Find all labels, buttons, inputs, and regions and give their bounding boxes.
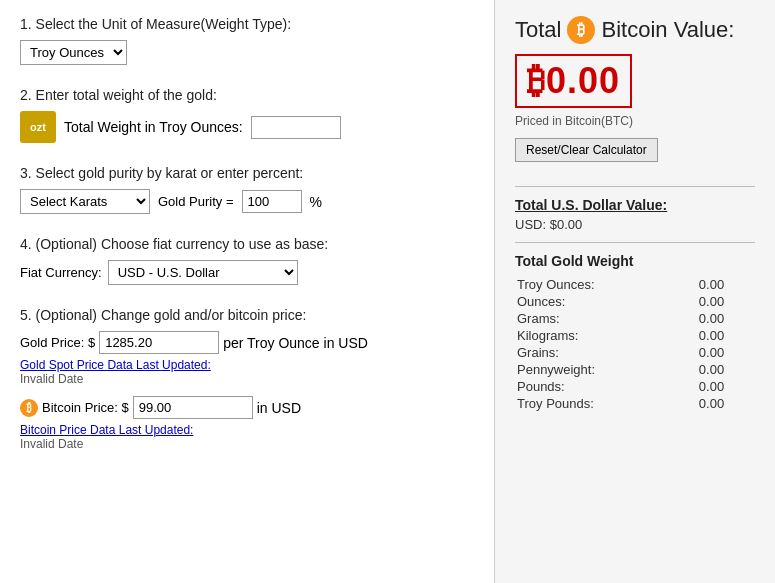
gold-price-row: Gold Price: $ per Troy Ounce in USD: [20, 331, 474, 354]
section-1: 1. Select the Unit of Measure(Weight Typ…: [20, 16, 474, 65]
right-title: Total ₿ Bitcoin Value:: [515, 16, 755, 44]
weight-label-4: Grains:: [517, 345, 697, 360]
section-5-title: 5. (Optional) Change gold and/or bitcoin…: [20, 307, 474, 323]
usd-amount: $0.00: [550, 217, 583, 232]
right-title-suffix: Bitcoin Value:: [601, 17, 734, 43]
weight-label-6: Pounds:: [517, 379, 697, 394]
gold-price-input[interactable]: [99, 331, 219, 354]
weight-value-1: 0.00: [699, 294, 753, 309]
weight-value-2: 0.00: [699, 311, 753, 326]
section-5: 5. (Optional) Change gold and/or bitcoin…: [20, 307, 474, 451]
btc-invalid-date: Invalid Date: [20, 437, 474, 451]
purity-label: Gold Purity =: [158, 194, 234, 209]
btc-price-row: ₿ Bitcoin Price: $ in USD: [20, 396, 474, 419]
priced-in: Priced in Bitcoin(BTC): [515, 114, 755, 128]
weight-table-row: Pounds: 0.00: [517, 379, 753, 394]
usd-title: Total U.S. Dollar Value:: [515, 197, 755, 213]
section-3: 3. Select gold purity by karat or enter …: [20, 165, 474, 214]
reset-button[interactable]: Reset/Clear Calculator: [515, 138, 658, 162]
section-1-title: 1. Select the Unit of Measure(Weight Typ…: [20, 16, 474, 32]
btc-price-label: Bitcoin Price: $: [42, 400, 129, 415]
gold-invalid-date: Invalid Date: [20, 372, 474, 386]
gold-price-suffix: per Troy Ounce in USD: [223, 335, 368, 351]
fiat-label: Fiat Currency:: [20, 265, 102, 280]
usd-section: Total U.S. Dollar Value: USD: $0.00: [515, 197, 755, 232]
weight-label-7: Troy Pounds:: [517, 396, 697, 411]
btc-icon-small: ₿: [20, 399, 38, 417]
section-2: 2. Enter total weight of the gold: ozt T…: [20, 87, 474, 143]
weight-table-row: Troy Pounds: 0.00: [517, 396, 753, 411]
weight-row: ozt Total Weight in Troy Ounces:: [20, 111, 474, 143]
fiat-currency-select[interactable]: USD - U.S. Dollar EUR - Euro GBP - Briti…: [108, 260, 298, 285]
karat-select[interactable]: Select Karats 24K (99.9%) 22K (91.7%) 18…: [20, 189, 150, 214]
section-3-title: 3. Select gold purity by karat or enter …: [20, 165, 474, 181]
weight-label-0: Troy Ounces:: [517, 277, 697, 292]
right-title-prefix: Total: [515, 17, 561, 43]
left-panel: 1. Select the Unit of Measure(Weight Typ…: [0, 0, 495, 583]
weight-label-2: Grams:: [517, 311, 697, 326]
weight-label-1: Ounces:: [517, 294, 697, 309]
btc-value-display: ₿0.00: [515, 54, 755, 114]
btc-icon-large: ₿: [567, 16, 595, 44]
gold-weight-section: Total Gold Weight Troy Ounces: 0.00 Ounc…: [515, 253, 755, 413]
purity-input[interactable]: [242, 190, 302, 213]
weight-label-5: Pennyweight:: [517, 362, 697, 377]
btc-value: ₿0.00: [515, 54, 632, 108]
gold-spot-link[interactable]: Gold Spot Price Data Last Updated:: [20, 358, 474, 372]
weight-value-3: 0.00: [699, 328, 753, 343]
weight-label: Total Weight in Troy Ounces:: [64, 119, 243, 135]
usd-value: USD: $0.00: [515, 217, 755, 232]
weight-table-row: Grams: 0.00: [517, 311, 753, 326]
weight-table-row: Troy Ounces: 0.00: [517, 277, 753, 292]
unit-of-measure-select[interactable]: Troy Ounces Ounces Grams Kilograms Grain…: [20, 40, 127, 65]
weight-value-7: 0.00: [699, 396, 753, 411]
btc-price-input[interactable]: [133, 396, 253, 419]
weight-input[interactable]: [251, 116, 341, 139]
section-4-title: 4. (Optional) Choose fiat currency to us…: [20, 236, 474, 252]
weight-table-row: Pennyweight: 0.00: [517, 362, 753, 377]
weight-table-row: Ounces: 0.00: [517, 294, 753, 309]
weight-value-6: 0.00: [699, 379, 753, 394]
section-2-title: 2. Enter total weight of the gold:: [20, 87, 474, 103]
ozt-icon: ozt: [20, 111, 56, 143]
weight-table: Troy Ounces: 0.00 Ounces: 0.00 Grams: 0.…: [515, 275, 755, 413]
purity-suffix: %: [310, 194, 322, 210]
btc-price-suffix: in USD: [257, 400, 301, 416]
gold-price-label: Gold Price: $: [20, 335, 95, 350]
fiat-row: Fiat Currency: USD - U.S. Dollar EUR - E…: [20, 260, 474, 285]
weight-table-row: Kilograms: 0.00: [517, 328, 753, 343]
usd-prefix: USD:: [515, 217, 546, 232]
divider-2: [515, 242, 755, 243]
section-4: 4. (Optional) Choose fiat currency to us…: [20, 236, 474, 285]
weight-table-row: Grains: 0.00: [517, 345, 753, 360]
right-panel: Total ₿ Bitcoin Value: ₿0.00 Priced in B…: [495, 0, 775, 583]
weight-value-0: 0.00: [699, 277, 753, 292]
weight-value-5: 0.00: [699, 362, 753, 377]
weight-value-4: 0.00: [699, 345, 753, 360]
gold-weight-title: Total Gold Weight: [515, 253, 755, 269]
weight-label-3: Kilograms:: [517, 328, 697, 343]
divider-1: [515, 186, 755, 187]
btc-spot-link[interactable]: Bitcoin Price Data Last Updated:: [20, 423, 474, 437]
purity-row: Select Karats 24K (99.9%) 22K (91.7%) 18…: [20, 189, 474, 214]
